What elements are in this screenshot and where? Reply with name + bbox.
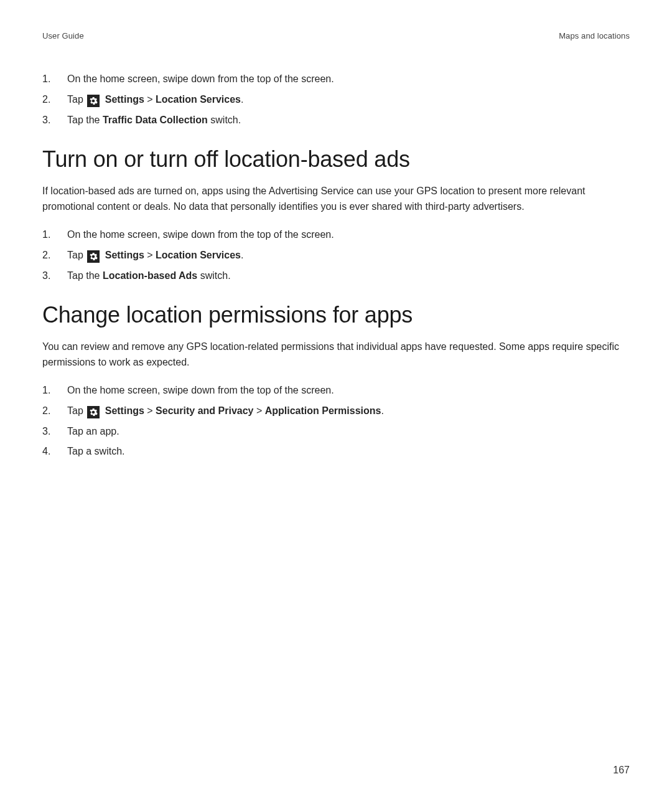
gear-icon (87, 95, 100, 107)
header-left: User Guide (42, 31, 84, 40)
step-body: Tap Settings > Location Services. (67, 92, 630, 108)
step-number: 3. (42, 424, 67, 440)
step-body: Tap Settings > Location Services. (67, 248, 630, 263)
text: . (241, 94, 243, 105)
list-item: 3. Tap the Traffic Data Collection switc… (42, 113, 630, 128)
step-number: 1. (42, 72, 67, 87)
bold-text: Application Permissions (265, 405, 381, 416)
text: > (253, 405, 264, 416)
heading-permissions: Change location permissions for apps (42, 302, 630, 328)
page-number: 167 (613, 765, 630, 776)
gear-icon (87, 250, 100, 263)
list-item: 4. Tap a switch. (42, 444, 630, 460)
step-number: 2. (42, 248, 67, 263)
step-body: Tap the Traffic Data Collection switch. (67, 113, 630, 128)
step-body: On the home screen, swipe down from the … (67, 227, 630, 243)
list-item: 3. Tap the Location-based Ads switch. (42, 268, 630, 284)
page: User Guide Maps and locations 1. On the … (0, 0, 672, 807)
bold-text: Settings (105, 94, 144, 105)
bold-text: Settings (105, 405, 144, 416)
step-number: 2. (42, 92, 67, 108)
step-number: 3. (42, 268, 67, 284)
text: . (241, 250, 243, 260)
steps-list-1: 1. On the home screen, swipe down from t… (42, 227, 630, 283)
page-header: User Guide Maps and locations (42, 31, 630, 40)
bold-text: Traffic Data Collection (103, 115, 208, 125)
step-number: 4. (42, 444, 67, 460)
header-right: Maps and locations (559, 31, 630, 40)
paragraph: If location-based ads are turned on, app… (42, 184, 630, 215)
list-item: 1. On the home screen, swipe down from t… (42, 72, 630, 87)
text: > (144, 250, 156, 260)
bold-text: Location-based Ads (103, 270, 197, 281)
text: Tap the (67, 115, 103, 125)
step-body: On the home screen, swipe down from the … (67, 72, 630, 87)
text: switch. (208, 115, 241, 125)
list-item: 2. Tap Settings > Location Services. (42, 92, 630, 108)
list-item: 1. On the home screen, swipe down from t… (42, 383, 630, 399)
step-body: Tap the Location-based Ads switch. (67, 268, 630, 284)
text: > (144, 94, 156, 105)
text: Tap (67, 94, 86, 105)
step-body: Tap a switch. (67, 444, 630, 460)
steps-list-2: 1. On the home screen, swipe down from t… (42, 383, 630, 460)
bold-text: Location Services (156, 94, 241, 105)
step-number: 1. (42, 227, 67, 243)
heading-location-ads: Turn on or turn off location-based ads (42, 146, 630, 172)
step-number: 1. (42, 383, 67, 399)
steps-list-0: 1. On the home screen, swipe down from t… (42, 72, 630, 128)
text: > (144, 405, 156, 416)
paragraph: You can review and remove any GPS locati… (42, 339, 630, 370)
list-item: 1. On the home screen, swipe down from t… (42, 227, 630, 243)
list-item: 3. Tap an app. (42, 424, 630, 440)
text: Tap the (67, 270, 103, 281)
step-body: On the home screen, swipe down from the … (67, 383, 630, 399)
gear-icon (87, 406, 100, 418)
text: switch. (197, 270, 230, 281)
text: Tap (67, 405, 86, 416)
step-number: 3. (42, 113, 67, 128)
step-number: 2. (42, 404, 67, 419)
bold-text: Settings (105, 250, 144, 260)
list-item: 2. Tap Settings > Location Services. (42, 248, 630, 263)
text: . (381, 405, 383, 416)
step-body: Tap an app. (67, 424, 630, 440)
bold-text: Location Services (156, 250, 241, 260)
step-body: Tap Settings > Security and Privacy > Ap… (67, 404, 630, 419)
text: Tap (67, 250, 86, 260)
list-item: 2. Tap Settings > Security and Privacy >… (42, 404, 630, 419)
bold-text: Security and Privacy (156, 405, 253, 416)
